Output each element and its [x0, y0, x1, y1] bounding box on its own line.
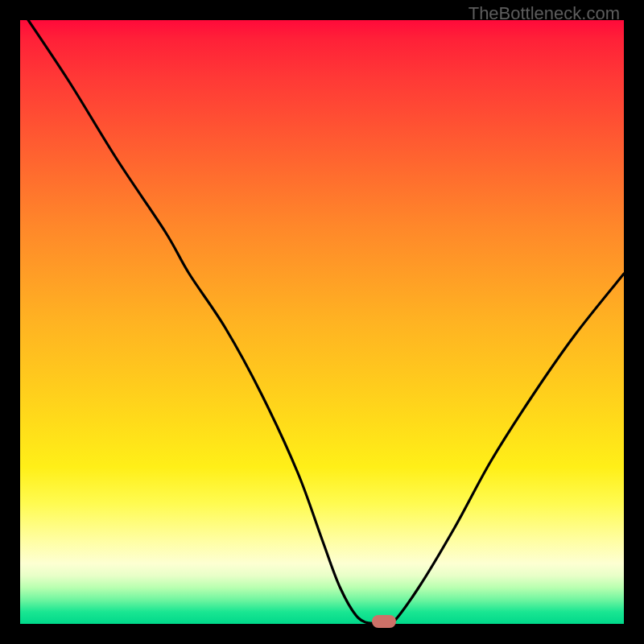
bottleneck-curve: [20, 20, 624, 624]
optimum-marker: [372, 615, 396, 628]
chart-frame: TheBottleneck.com: [0, 0, 644, 644]
